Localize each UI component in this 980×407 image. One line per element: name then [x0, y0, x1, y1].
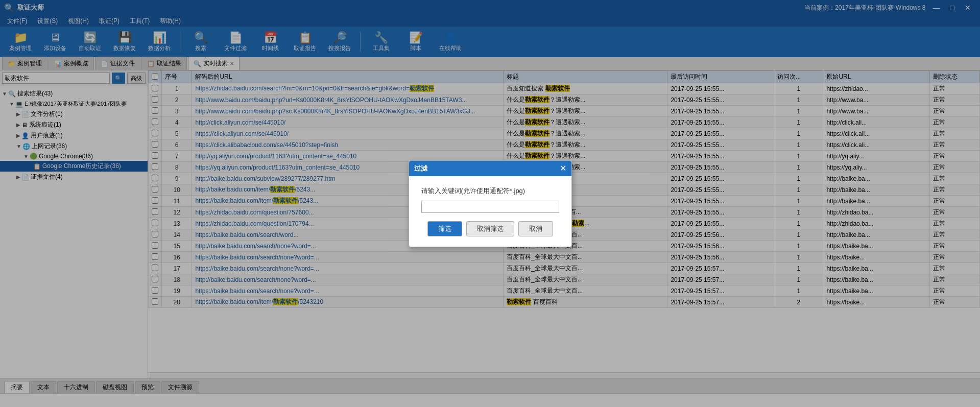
modal-keyword-input[interactable] [421, 201, 559, 213]
modal-buttons: 筛选 取消筛选 取消 [421, 221, 559, 236]
filter-modal: 过滤 ✕ 请输入关键词(允许使用通配符*.jpg) 筛选 取消筛选 取消 [409, 160, 572, 247]
modal-title: 过滤 [414, 164, 427, 173]
modal-overlay: 过滤 ✕ 请输入关键词(允许使用通配符*.jpg) 筛选 取消筛选 取消 [0, 0, 980, 407]
modal-titlebar: 过滤 ✕ [409, 161, 571, 176]
modal-close-button[interactable]: ✕ [560, 164, 566, 173]
modal-filter-button[interactable]: 筛选 [427, 221, 462, 236]
modal-label: 请输入关键词(允许使用通配符*.jpg) [421, 186, 559, 196]
modal-cancel-button[interactable]: 取消 [518, 221, 553, 236]
modal-cancel-filter-button[interactable]: 取消筛选 [466, 221, 514, 236]
modal-body: 请输入关键词(允许使用通配符*.jpg) 筛选 取消筛选 取消 [409, 176, 571, 247]
